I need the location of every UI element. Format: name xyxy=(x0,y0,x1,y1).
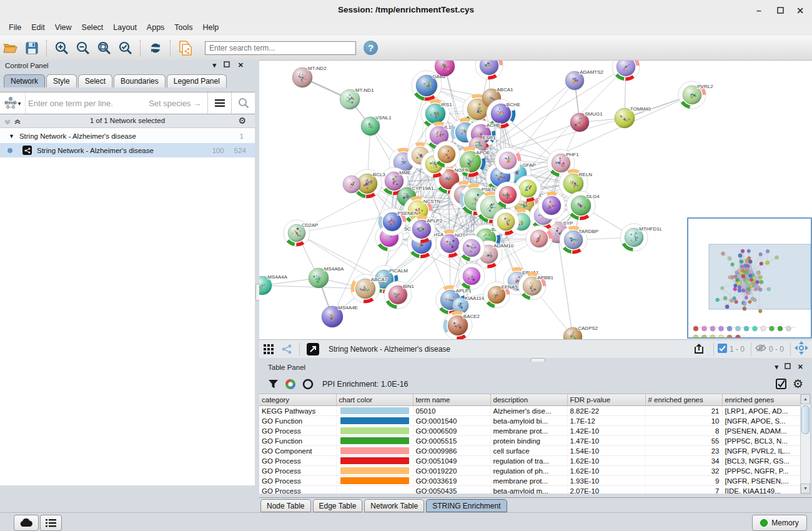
chart-color-cell[interactable] xyxy=(336,466,413,476)
network-node[interactable] xyxy=(458,235,485,261)
cell[interactable]: protein binding xyxy=(490,436,567,446)
column-header-FDR-p-value[interactable]: FDR p-value xyxy=(567,394,645,406)
network-node[interactable] xyxy=(612,61,640,81)
cell[interactable]: 1.47E-10 xyxy=(567,436,645,446)
cell[interactable]: regulation of ph... xyxy=(490,466,567,476)
tab-legend-panel[interactable]: Legend Panel xyxy=(167,74,227,87)
tab-select[interactable]: Select xyxy=(78,74,112,87)
chart-color-cell[interactable] xyxy=(336,416,413,426)
cell[interactable]: GO Function xyxy=(259,416,336,426)
cloud-tasks-button[interactable] xyxy=(14,515,39,531)
draw-charts-icon[interactable] xyxy=(285,379,296,390)
reset-charts-icon[interactable] xyxy=(302,379,314,390)
network-node-MTHFD1L[interactable]: MTHFD1L xyxy=(620,224,663,251)
menu-item-tools[interactable]: Tools xyxy=(169,22,197,33)
cell[interactable]: membrane prot... xyxy=(490,426,567,436)
column-header-chart-color[interactable]: chart color xyxy=(336,394,413,406)
panel-close-icon[interactable]: ✕ xyxy=(798,363,803,371)
chart-color-cell[interactable] xyxy=(336,486,413,494)
enrichment-row[interactable]: GO ComponentGO:0009986cell surface1.54E-… xyxy=(259,446,801,456)
cell[interactable]: [PPP5C, NGFR, P... xyxy=(722,466,801,476)
selected-checkbox-icon[interactable] xyxy=(718,344,727,355)
cell[interactable]: 1.42E-10 xyxy=(567,426,645,436)
network-node[interactable] xyxy=(458,263,485,289)
network-node[interactable] xyxy=(475,61,503,79)
network-node-PVRL2[interactable]: PVRL2 xyxy=(678,81,713,109)
refresh-icon[interactable] xyxy=(146,39,165,57)
network-node-MT-ND2[interactable]: MT-ND2 xyxy=(292,66,327,87)
cell[interactable]: GO Function xyxy=(259,436,336,446)
network-node-MT-ND1[interactable]: MT-ND1 xyxy=(340,87,374,109)
cell[interactable]: 23 xyxy=(645,446,722,456)
cell[interactable]: KEGG Pathways xyxy=(259,406,336,416)
zoom-in-icon[interactable] xyxy=(52,39,71,57)
cell[interactable]: membrane prot... xyxy=(490,476,567,486)
cell[interactable]: GO Process xyxy=(259,476,336,486)
cell[interactable]: regulation of tra... xyxy=(490,456,567,466)
task-list-button[interactable] xyxy=(40,515,62,531)
zoom-out-icon[interactable] xyxy=(74,39,92,57)
cell[interactable]: 1.93E-10 xyxy=(567,476,645,486)
cell[interactable]: [NGFR, PVRL2, IL... xyxy=(722,446,801,456)
cell[interactable]: GO Component xyxy=(259,446,336,456)
grid-view-icon[interactable] xyxy=(260,340,277,359)
string-search-icon[interactable] xyxy=(232,92,255,114)
chart-color-cell[interactable] xyxy=(336,426,413,436)
close-icon[interactable]: ✕ xyxy=(792,4,808,17)
enrichment-row[interactable]: GO ProcessGO:0050435beta-amyloid m...2.0… xyxy=(259,486,801,494)
open-in-browser-icon[interactable] xyxy=(305,340,321,359)
tree-caret-icon[interactable]: ▼ xyxy=(9,133,14,139)
cell[interactable]: [PPP5C, BCL3, N... xyxy=(722,436,801,446)
cell[interactable]: GO Process xyxy=(259,426,336,436)
scrollbar-thumb[interactable] xyxy=(801,405,810,434)
string-query-input[interactable] xyxy=(26,99,149,108)
cell[interactable]: beta-amyloid m... xyxy=(490,486,567,494)
menu-item-layout[interactable]: Layout xyxy=(108,22,142,33)
share-network-icon[interactable] xyxy=(279,340,294,359)
export-network-icon[interactable] xyxy=(690,340,708,359)
memory-button[interactable]: Memory xyxy=(752,515,807,531)
tab-network-table[interactable]: Network Table xyxy=(364,499,424,512)
settings-gear-icon[interactable]: ⚙ xyxy=(793,377,803,391)
chart-color-cell[interactable] xyxy=(336,446,413,456)
help-icon[interactable]: ? xyxy=(364,41,378,55)
save-session-icon[interactable] xyxy=(22,39,41,57)
enrichment-row[interactable]: KEGG Pathways05010Alzheimer's dise...8.8… xyxy=(259,406,801,416)
cell[interactable]: GO:0051049 xyxy=(413,456,490,466)
cell[interactable]: beta-amyloid bi... xyxy=(490,416,567,426)
network-node-DLG4[interactable]: DLG4 xyxy=(567,191,600,220)
cell[interactable]: GO Process xyxy=(259,486,336,494)
menu-item-help[interactable]: Help xyxy=(198,22,224,33)
panel-menu-icon[interactable]: ▾ xyxy=(775,363,778,371)
network-node[interactable] xyxy=(433,141,460,167)
table-scrollbar[interactable]: ▲ ▼ xyxy=(800,394,811,494)
column-header--enriched-genes[interactable]: # enriched genes xyxy=(645,394,722,406)
network-node-MS4A4A[interactable]: MS4A4A xyxy=(259,274,287,295)
tab-string-enrichment[interactable]: STRING Enrichment xyxy=(426,499,507,512)
cell[interactable]: 32 xyxy=(645,466,722,476)
cell[interactable]: 55 xyxy=(645,436,722,446)
open-session-icon[interactable] xyxy=(1,39,20,57)
menu-item-view[interactable]: View xyxy=(50,22,77,33)
cell[interactable]: 05010 xyxy=(413,406,490,416)
cell[interactable]: 7 xyxy=(645,486,722,494)
network-options-gear-icon[interactable]: ⚙ xyxy=(238,116,246,126)
tab-network[interactable]: Network xyxy=(4,74,45,87)
cell[interactable]: GO:0050435 xyxy=(413,486,490,494)
tab-style[interactable]: Style xyxy=(46,74,77,87)
cell[interactable]: 10 xyxy=(645,416,722,426)
cell[interactable]: [NGFR, APOE, S... xyxy=(722,416,801,426)
panel-menu-icon[interactable]: ▾ xyxy=(212,61,216,69)
cell[interactable]: [PSENEN, ADAM... xyxy=(722,426,801,436)
panel-close-icon[interactable]: ✕ xyxy=(238,61,244,69)
select-all-checkbox-icon[interactable] xyxy=(776,379,786,389)
menu-item-edit[interactable]: Edit xyxy=(26,22,50,33)
network-collection-row[interactable]: ▼ String Network - Alzheimer's disease 1 xyxy=(0,129,255,143)
cell[interactable]: GO:0005515 xyxy=(413,436,490,446)
cell[interactable]: cell surface xyxy=(490,446,567,456)
network-node-CADPS2[interactable]: CADPS2 xyxy=(563,325,598,340)
column-header-category[interactable]: category xyxy=(259,394,336,406)
string-dropdown-caret-icon[interactable]: ▾ xyxy=(17,100,21,107)
network-node-SMUG1[interactable]: SMUG1 xyxy=(570,111,603,132)
cell[interactable]: GO:0001540 xyxy=(413,416,490,426)
